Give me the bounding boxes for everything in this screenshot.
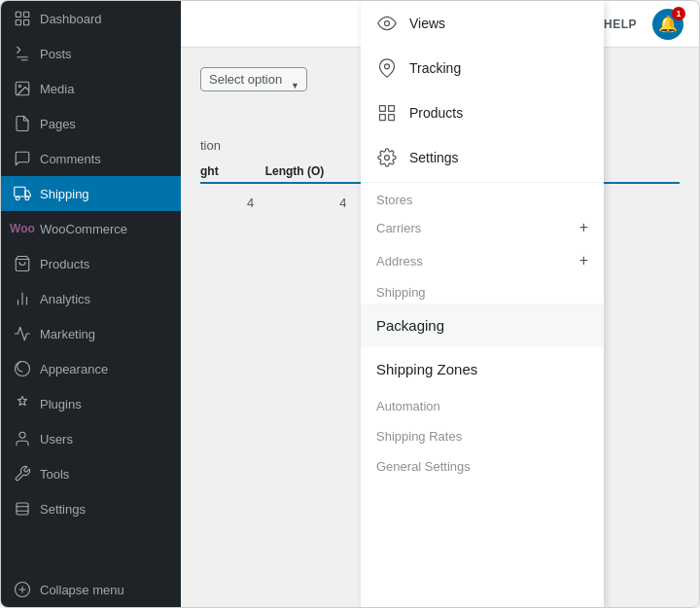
analytics-icon [13,289,32,308]
sidebar-item-settings[interactable]: Settings [1,491,181,526]
sidebar-label-collapse: Collapse menu [40,583,124,597]
dropdown-general-settings[interactable]: General Settings [361,451,604,482]
packaging-label: Packaging [376,317,444,334]
svg-rect-1 [24,12,29,17]
shipping-icon [13,184,32,203]
svg-rect-0 [16,12,20,17]
sidebar-label-woocommerce: WooCommerce [40,222,127,236]
pages-icon [13,114,32,133]
sidebar-item-dashboard[interactable]: Dashboard [1,1,181,36]
sidebar: Dashboard Posts Media Pages [1,1,181,607]
address-plus-icon[interactable]: + [579,252,588,269]
collapse-icon [13,580,32,599]
woocommerce-icon: Woo [13,219,32,238]
dashboard-icon [13,9,32,28]
tools-icon [13,464,32,483]
svg-rect-3 [24,20,29,25]
dropdown-packaging[interactable]: Packaging [361,304,604,347]
appearance-icon [13,359,32,378]
settings-icon [13,499,32,519]
svg-point-19 [385,21,390,26]
sidebar-item-plugins[interactable]: Plugins [1,386,181,421]
col-header-length: Length (O) [265,164,325,178]
sidebar-label-appearance: Appearance [40,362,108,376]
sidebar-label-settings: Settings [40,502,86,517]
address-label: Address [376,254,423,268]
carriers-label: Carriers [376,221,421,235]
carriers-plus-icon[interactable]: + [579,219,588,236]
dropdown-item-products[interactable]: Products [361,90,604,135]
dropdown-shipping-rates[interactable]: Shipping Rates [361,421,604,451]
users-icon [13,429,32,448]
sidebar-item-media[interactable]: Media [1,71,181,106]
marketing-icon [13,324,32,343]
topbar-item-help[interactable]: HELP [604,14,637,35]
dropdown-label-settings: Settings [409,150,459,165]
select-wrapper: Select option [200,67,307,103]
col-header-ght: ght [200,164,219,178]
divider-1 [361,182,604,183]
grid-icon [376,102,398,124]
dropdown-item-settings[interactable]: Settings [361,135,604,180]
sidebar-label-tools: Tools [40,467,69,482]
content-select[interactable]: Select option [200,67,307,91]
dropdown-item-views[interactable]: Views [361,1,604,46]
comments-icon [13,149,32,168]
sidebar-item-woocommerce[interactable]: Woo WooCommerce [1,211,181,246]
sidebar-item-marketing[interactable]: Marketing [1,316,181,351]
posts-icon [13,44,32,63]
dropdown-label-views: Views [409,16,445,31]
app-container: Dashboard Posts Media Pages [0,0,700,608]
notification-bell[interactable]: 🔔 1 [652,9,683,40]
sidebar-item-collapse[interactable]: Collapse menu [1,572,181,607]
sidebar-item-posts[interactable]: Posts [1,36,181,71]
dropdown-shipping-label: Shipping [361,277,604,304]
sidebar-label-dashboard: Dashboard [40,12,102,26]
dropdown-address[interactable]: Address + [361,244,604,277]
plugins-icon [13,394,32,413]
eye-icon [376,13,398,34]
dropdown-item-tracking[interactable]: Tracking [361,46,604,90]
sidebar-label-media: Media [40,82,74,96]
sidebar-label-shipping: Shipping [40,187,89,201]
dropdown-panel: Views Tracking Products [361,1,604,607]
sidebar-item-pages[interactable]: Pages [1,106,181,141]
sidebar-item-analytics[interactable]: Analytics [1,281,181,316]
pin-icon [376,57,398,79]
row-width: 4 [339,196,346,210]
products-icon [13,254,32,273]
sidebar-label-marketing: Marketing [40,327,95,341]
svg-rect-21 [380,106,386,112]
svg-rect-2 [16,20,20,25]
svg-rect-23 [380,115,386,121]
shipping-zones-label: Shipping Zones [376,361,477,377]
svg-rect-6 [15,187,25,197]
notification-badge: 1 [672,7,685,20]
sidebar-item-users[interactable]: Users [1,421,181,456]
dropdown-label-products: Products [409,105,463,121]
sidebar-label-users: Users [40,432,73,447]
svg-point-7 [16,197,19,200]
media-icon [13,79,32,98]
row-length: 4 [247,196,254,210]
dropdown-carriers[interactable]: Carriers + [361,211,604,244]
sidebar-item-tools[interactable]: Tools [1,456,181,491]
svg-point-5 [18,85,20,87]
sidebar-label-pages: Pages [40,117,76,131]
gear-icon [376,147,398,168]
svg-point-20 [385,64,390,69]
sidebar-item-products[interactable]: Products [1,246,181,281]
main-area: FEST TRACKING HELP 🔔 1 Select option tio… [181,1,699,607]
sidebar-label-plugins: Plugins [40,397,82,411]
dropdown-automation[interactable]: Automation [361,391,604,421]
svg-point-14 [19,432,25,438]
svg-point-8 [25,197,29,200]
dropdown-shipping-zones[interactable]: Shipping Zones [361,347,604,391]
svg-rect-15 [17,503,28,515]
sidebar-label-posts: Posts [40,47,72,61]
sidebar-label-products: Products [40,257,89,271]
sidebar-label-analytics: Analytics [40,292,90,306]
sidebar-item-appearance[interactable]: Appearance [1,351,181,386]
sidebar-item-comments[interactable]: Comments [1,141,181,176]
sidebar-item-shipping[interactable]: Shipping [1,176,181,211]
